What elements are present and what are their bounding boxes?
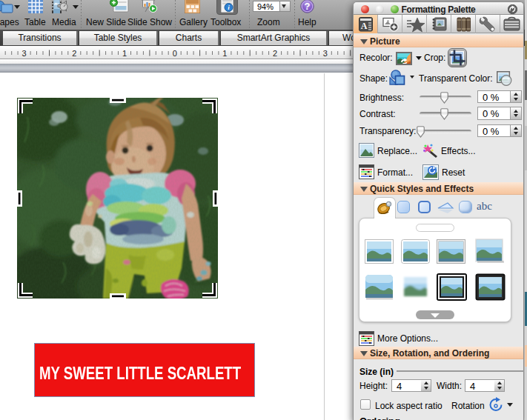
svg-text:2: 2 [273,49,277,58]
svg-text:A: A [361,21,368,31]
svg-text:2: 2 [72,49,76,58]
svg-text:3: 3 [323,49,328,58]
svg-text:?: ? [305,1,311,12]
svg-text:1: 1 [222,49,227,58]
svg-text:3: 3 [22,49,27,58]
svg-text:0: 0 [173,49,177,58]
svg-text:1: 1 [122,49,127,58]
